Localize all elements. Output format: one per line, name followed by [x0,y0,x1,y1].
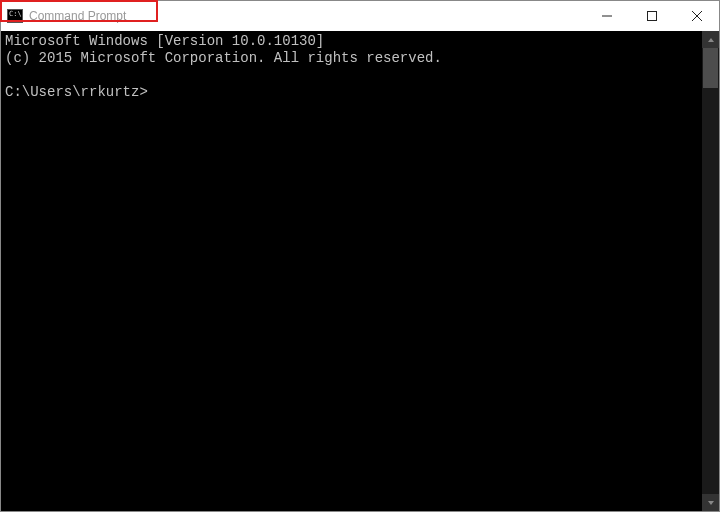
maximize-button[interactable] [629,1,674,30]
terminal-area: Microsoft Windows [Version 10.0.10130] (… [1,31,719,511]
title-left: C:\ Command Prompt [1,1,126,31]
terminal-line: Microsoft Windows [Version 10.0.10130] [5,33,324,49]
svg-marker-4 [708,38,714,42]
scroll-down-button[interactable] [702,494,719,511]
terminal-output[interactable]: Microsoft Windows [Version 10.0.10130] (… [1,31,702,511]
cmd-icon: C:\ [7,9,23,23]
titlebar[interactable]: C:\ Command Prompt [1,1,719,31]
command-prompt-window: C:\ Command Prompt Microsoft Windows [Ve… [0,0,720,512]
terminal-prompt: C:\Users\rrkurtz> [5,84,148,100]
minimize-button[interactable] [584,1,629,30]
chevron-down-icon [707,499,715,507]
terminal-line: (c) 2015 Microsoft Corporation. All righ… [5,50,442,66]
scroll-up-button[interactable] [702,31,719,48]
minimize-icon [602,11,612,21]
chevron-up-icon [707,36,715,44]
close-icon [692,11,702,21]
vertical-scrollbar[interactable] [702,31,719,511]
window-controls [584,1,719,31]
maximize-icon [647,11,657,21]
svg-marker-5 [708,501,714,505]
scroll-thumb[interactable] [703,48,718,88]
svg-rect-1 [647,11,656,20]
window-title: Command Prompt [29,1,126,31]
close-button[interactable] [674,1,719,30]
